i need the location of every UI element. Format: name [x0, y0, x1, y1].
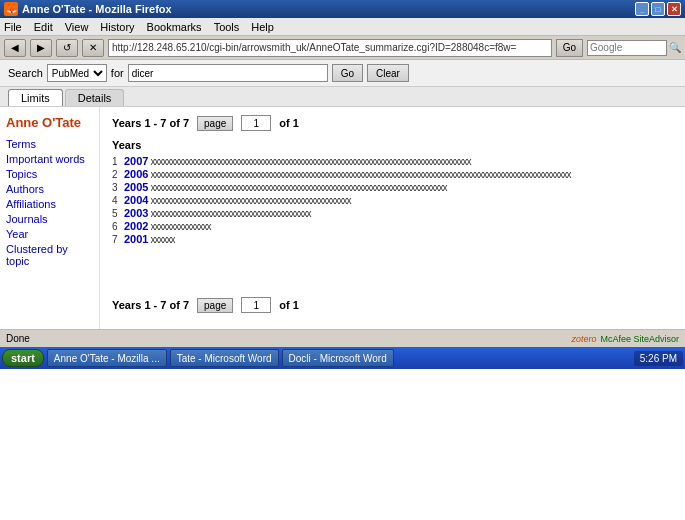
menu-item-edit[interactable]: Edit — [34, 21, 53, 33]
forward-button[interactable]: ▶ — [30, 39, 52, 57]
search-label: Search — [8, 67, 43, 79]
year-link-2005[interactable]: 2005 — [124, 181, 148, 193]
tab-details[interactable]: Details — [65, 89, 125, 106]
taskbar-time: 5:26 PM — [634, 351, 683, 366]
tab-limits[interactable]: Limits — [8, 89, 63, 106]
back-button[interactable]: ◀ — [4, 39, 26, 57]
year-link-2002[interactable]: 2002 — [124, 220, 148, 232]
results-range-bottom: Years 1 - 7 of 7 — [112, 299, 189, 311]
mcafee-badge: McAfee SiteAdvisor — [600, 334, 679, 344]
search-icon: 🔍 — [669, 42, 681, 53]
year-num-3: 3 — [112, 182, 124, 193]
start-button[interactable]: start — [2, 349, 44, 367]
page-input-bottom[interactable] — [241, 297, 271, 313]
taskbar-window-word1[interactable]: Tate - Microsoft Word — [170, 349, 279, 367]
sidebar: Anne O'Tate Terms Important words Topics… — [0, 107, 100, 329]
search-db-select[interactable]: PubMed — [47, 64, 107, 82]
taskbar-window-firefox[interactable]: Anne O'Tate - Mozilla ... — [47, 349, 167, 367]
of-label-top: of 1 — [279, 117, 299, 129]
year-link-2007[interactable]: 2007 — [124, 155, 148, 167]
table-row: 1 2007 xxxxxxxxxxxxxxxxxxxxxxxxxxxxxxxxx… — [112, 155, 673, 167]
year-link-2001[interactable]: 2001 — [124, 233, 148, 245]
of-label-bottom: of 1 — [279, 299, 299, 311]
taskbar-window-word2[interactable]: Docli - Microsoft Word — [282, 349, 394, 367]
menu-item-tools[interactable]: Tools — [214, 21, 240, 33]
status-text: Done — [6, 333, 30, 344]
year-num-6: 6 — [112, 221, 124, 232]
statusbar-right: zotero McAfee SiteAdvisor — [571, 334, 679, 344]
page-tabs: Limits Details — [0, 87, 685, 107]
page-button-top[interactable]: page — [197, 116, 233, 131]
table-row: 2 2006 xxxxxxxxxxxxxxxxxxxxxxxxxxxxxxxxx… — [112, 168, 673, 180]
close-button[interactable]: ✕ — [667, 2, 681, 16]
address-input[interactable] — [108, 39, 552, 57]
years-header: Years — [112, 139, 673, 151]
year-bar-2007: xxxxxxxxxxxxxxxxxxxxxxxxxxxxxxxxxxxxxxxx… — [150, 156, 470, 167]
taskbar: start Anne O'Tate - Mozilla ... Tate - M… — [0, 347, 685, 369]
search-input[interactable] — [128, 64, 328, 82]
menu-item-file[interactable]: File — [4, 21, 22, 33]
address-go-button[interactable]: Go — [556, 39, 583, 57]
page-body: Anne O'Tate Terms Important words Topics… — [0, 107, 685, 329]
results-header-bottom: Years 1 - 7 of 7 page of 1 — [112, 297, 673, 313]
results-range-top: Years 1 - 7 of 7 — [112, 117, 189, 129]
year-link-2003[interactable]: 2003 — [124, 207, 148, 219]
page-input-top[interactable] — [241, 115, 271, 131]
sidebar-title: Anne O'Tate — [6, 115, 93, 130]
page-searchbar: Search PubMed for Go Clear — [0, 60, 685, 87]
year-bar-2005: xxxxxxxxxxxxxxxxxxxxxxxxxxxxxxxxxxxxxxxx… — [150, 182, 446, 193]
results-header-top: Years 1 - 7 of 7 page of 1 — [112, 115, 673, 131]
browser-search: 🔍 — [587, 40, 681, 56]
year-num-4: 4 — [112, 195, 124, 206]
search-go-button[interactable]: Go — [332, 64, 363, 82]
statusbar: Done zotero McAfee SiteAdvisor — [0, 329, 685, 347]
year-link-2006[interactable]: 2006 — [124, 168, 148, 180]
firefox-icon: 🦊 — [4, 2, 18, 16]
taskbar-window-word2-label: Docli - Microsoft Word — [289, 353, 387, 364]
table-row: 6 2002 xxxxxxxxxxxxxxx — [112, 220, 673, 232]
maximize-button[interactable]: □ — [651, 2, 665, 16]
stop-button[interactable]: ✕ — [82, 39, 104, 57]
year-bar-2001: xxxxxx — [150, 234, 174, 245]
years-section: Years 1 2007 xxxxxxxxxxxxxxxxxxxxxxxxxxx… — [112, 139, 673, 245]
year-link-2004[interactable]: 2004 — [124, 194, 148, 206]
reload-button[interactable]: ↺ — [56, 39, 78, 57]
menu-item-bookmarks[interactable]: Bookmarks — [147, 21, 202, 33]
sidebar-item-topics[interactable]: Topics — [6, 168, 93, 180]
page-button-bottom[interactable]: page — [197, 298, 233, 313]
menu-item-view[interactable]: View — [65, 21, 89, 33]
taskbar-window-firefox-label: Anne O'Tate - Mozilla ... — [54, 353, 160, 364]
year-num-7: 7 — [112, 234, 124, 245]
sidebar-item-clustered-by-topic[interactable]: Clustered by topic — [6, 243, 93, 267]
sidebar-item-authors[interactable]: Authors — [6, 183, 93, 195]
year-bar-2002: xxxxxxxxxxxxxxx — [150, 221, 210, 232]
sidebar-item-terms[interactable]: Terms — [6, 138, 93, 150]
table-row: 3 2005 xxxxxxxxxxxxxxxxxxxxxxxxxxxxxxxxx… — [112, 181, 673, 193]
table-row: 7 2001 xxxxxx — [112, 233, 673, 245]
year-bar-2006: xxxxxxxxxxxxxxxxxxxxxxxxxxxxxxxxxxxxxxxx… — [150, 169, 570, 180]
addressbar: ◀ ▶ ↺ ✕ Go 🔍 — [0, 36, 685, 60]
menu-item-help[interactable]: Help — [251, 21, 274, 33]
year-num-1: 1 — [112, 156, 124, 167]
main-content: Years 1 - 7 of 7 page of 1 Years 1 2007 … — [100, 107, 685, 329]
zotero-badge: zotero — [571, 334, 596, 344]
year-bar-2003: xxxxxxxxxxxxxxxxxxxxxxxxxxxxxxxxxxxxxxxx — [150, 208, 310, 219]
minimize-button[interactable]: _ — [635, 2, 649, 16]
year-bar-2004: xxxxxxxxxxxxxxxxxxxxxxxxxxxxxxxxxxxxxxxx… — [150, 195, 350, 206]
sidebar-item-affiliations[interactable]: Affiliations — [6, 198, 93, 210]
table-row: 5 2003 xxxxxxxxxxxxxxxxxxxxxxxxxxxxxxxxx… — [112, 207, 673, 219]
year-num-5: 5 — [112, 208, 124, 219]
taskbar-window-word1-label: Tate - Microsoft Word — [177, 353, 272, 364]
search-clear-button[interactable]: Clear — [367, 64, 409, 82]
search-for-label: for — [111, 67, 124, 79]
menubar: FileEditViewHistoryBookmarksToolsHelp — [0, 18, 685, 36]
sidebar-item-important-words[interactable]: Important words — [6, 153, 93, 165]
sidebar-item-journals[interactable]: Journals — [6, 213, 93, 225]
browser-search-input[interactable] — [587, 40, 667, 56]
year-num-2: 2 — [112, 169, 124, 180]
sidebar-item-year[interactable]: Year — [6, 228, 93, 240]
start-label: start — [11, 352, 35, 364]
window-controls: _ □ ✕ — [635, 2, 681, 16]
window-title: Anne O'Tate - Mozilla Firefox — [22, 3, 635, 15]
menu-item-history[interactable]: History — [100, 21, 134, 33]
